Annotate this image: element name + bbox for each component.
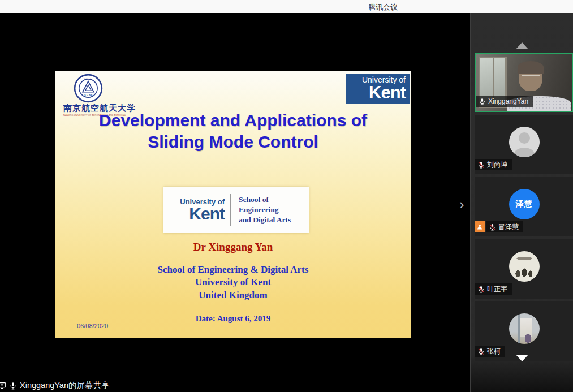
host-badge-icon xyxy=(475,221,485,232)
avatar-initials: 泽慧 xyxy=(509,189,540,219)
shared-slide: N U A A · · · · · · 南京航空航天大学 NANJING UNI… xyxy=(55,71,411,338)
scroll-down-arrow-icon[interactable] xyxy=(516,355,528,361)
presenter-affiliation: School of Engineering & Digital Arts Uni… xyxy=(55,264,411,301)
kent-logo: University of Kent xyxy=(346,74,410,104)
participant-name: 冒泽慧 xyxy=(498,222,519,232)
participant-label: XinggangYan xyxy=(476,96,533,107)
participant-tile-maozehui[interactable]: 泽慧 冒泽慧 xyxy=(475,177,573,236)
participant-name: 叶正宇 xyxy=(487,285,507,294)
participant-label: 刘尚坤 xyxy=(475,159,512,170)
presenter-name: Dr Xinggang Yan xyxy=(55,241,411,253)
mic-on-icon xyxy=(9,382,17,390)
sidebar-collapse-chevron-icon[interactable]: › xyxy=(459,197,464,212)
mic-on-icon xyxy=(479,98,486,105)
avatar-photo xyxy=(509,251,540,282)
app-title: 腾讯会议 xyxy=(368,2,398,12)
svg-text:· · · · · ·: · · · · · · xyxy=(84,77,92,80)
svg-text:N U A A: N U A A xyxy=(84,93,92,96)
slide-footer-date: 06/08/2020 xyxy=(77,322,108,329)
window-titlebar[interactable]: 腾讯会议 xyxy=(0,0,573,13)
mic-muted-icon xyxy=(477,286,485,293)
mic-muted-icon xyxy=(477,348,485,355)
participant-name: 张柯 xyxy=(487,347,501,356)
mic-muted-icon xyxy=(477,161,485,169)
participant-name: XinggangYan xyxy=(488,97,528,105)
screen-share-icon xyxy=(0,381,6,390)
presentation-date: Date: August 6, 2019 xyxy=(55,314,411,324)
app-window: 腾讯会议 N U A A · · · · · · 南京航空航天大学 NANJIN… xyxy=(0,0,573,392)
mic-muted-icon xyxy=(489,223,496,231)
participant-label: 张柯 xyxy=(475,346,505,357)
avatar-photo xyxy=(509,313,540,344)
scroll-up-arrow-icon[interactable] xyxy=(516,42,528,49)
screen-share-banner: XinggangYan的屏幕共享 xyxy=(0,380,110,391)
slide-title: Development and Applications of Sliding … xyxy=(55,110,411,153)
nuaa-emblem-icon: N U A A · · · · · · xyxy=(74,74,103,103)
participant-tile-yezhengyu[interactable]: 叶正宇 xyxy=(475,239,573,299)
participant-tile-xinggangyan[interactable]: XinggangYan xyxy=(475,53,573,112)
participant-tile-liushangkun[interactable]: 刘尚坤 xyxy=(475,115,573,174)
participants-sidebar: XinggangYan 刘尚坤 xyxy=(470,13,573,392)
screen-share-label: XinggangYan的屏幕共享 xyxy=(20,380,110,391)
kent-school-logo: University of Kent School of Engineering… xyxy=(163,187,309,233)
participant-label: 冒泽慧 xyxy=(475,221,523,232)
participant-label: 叶正宇 xyxy=(475,283,512,295)
avatar-placeholder xyxy=(509,127,540,157)
participant-tile-zhangke[interactable]: 张柯 xyxy=(475,301,573,361)
participant-name: 刘尚坤 xyxy=(487,160,507,170)
